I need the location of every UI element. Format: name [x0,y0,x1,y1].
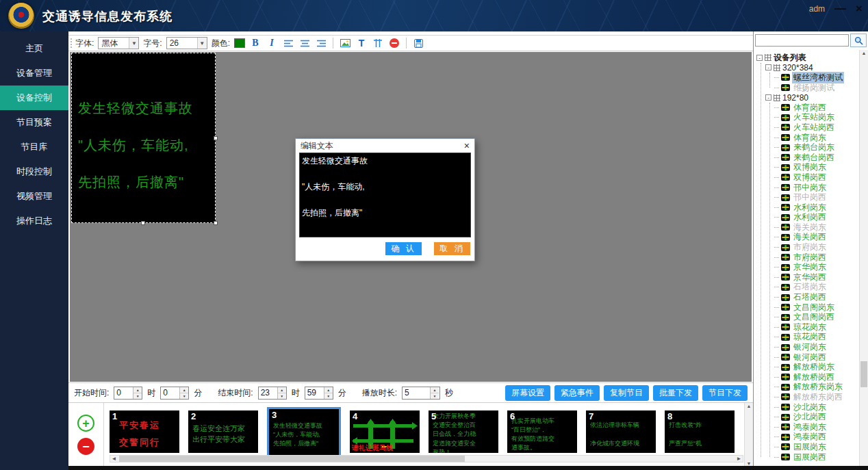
dialog-textarea[interactable]: 发生轻微交通事故 "人未伤，车能动, 先拍照，后撤离" [299,153,471,237]
device-item[interactable]: 维扬岗测试 [774,83,859,93]
scrollbar-thumb[interactable] [860,361,867,387]
font-select[interactable]: 黑体 ▼ [98,37,139,49]
device-item[interactable]: 海关岗东 [774,222,859,233]
collapse-icon[interactable]: - [765,64,771,70]
size-select[interactable]: 26 ▼ [166,37,207,49]
device-item[interactable]: 水利岗西 [774,213,859,223]
spinner-up-icon[interactable]: ▲ [278,387,286,393]
device-item[interactable]: 京华岗西 [774,272,859,283]
save-button[interactable] [412,37,424,49]
thumbnail-1[interactable]: 1平安春运交警同行 [110,410,179,453]
thumbnail-8[interactable]: 8打击改装“炸 严查严惩“机 [665,410,735,453]
thumbnail-2[interactable]: 2春运安全连万家出行平安带大家 [188,410,258,453]
device-item[interactable]: 螺丝湾桥测试 [774,73,859,83]
device-item[interactable]: 来鹤台岗西 [774,153,859,163]
device-item[interactable]: 解放桥东岗西 [774,392,859,402]
spinner-down-icon[interactable]: ▼ [431,393,439,399]
thumbnail-6[interactable]: 6扎实开展电动车“百日整治”，有效预防道路交通事故。 [507,410,577,453]
sidebar-item-0[interactable]: 主页 [0,36,68,61]
vertical-scrollbar[interactable]: ▲ ▼ [744,403,753,467]
spinner-down-icon[interactable]: ▼ [324,393,333,399]
italic-button[interactable]: I [266,37,278,49]
start-minute-stepper[interactable]: 0 ▲▼ [160,387,189,400]
insert-image-button[interactable] [339,37,351,49]
spinner-down-icon[interactable]: ▼ [180,393,188,399]
device-item[interactable]: 沙北岗西 [774,412,859,422]
thumbnail-3[interactable]: 3发生轻微交通事故"人未伤，车能动,先拍照，后撤离" [267,407,341,457]
device-item[interactable]: 国展岗东 [774,442,859,452]
resize-handle-corner[interactable] [214,221,218,225]
resize-handle-bottom[interactable] [141,221,145,225]
device-group-1[interactable]: -192*80 [765,92,859,103]
spinner-up-icon[interactable]: ▲ [431,387,439,393]
sidebar-item-7[interactable]: 操作日志 [0,209,68,233]
device-item[interactable]: 海关岗西 [774,233,859,243]
horizontal-scrollbar[interactable]: ◄ ► [110,455,743,462]
sidebar-item-5[interactable]: 时段控制 [0,159,68,184]
device-item[interactable]: 石塔岗西 [774,292,859,302]
device-item[interactable]: 火车站岗西 [774,122,859,133]
dialog-close-button[interactable]: × [464,141,470,151]
scrollbar-thumb[interactable] [119,456,465,462]
device-item[interactable]: 文昌阁岗东 [774,302,859,313]
device-item[interactable]: 体育岗西 [774,103,859,113]
sidebar-item-1[interactable]: 设备管理 [0,61,68,86]
spinner-down-icon[interactable]: ▼ [133,393,142,399]
device-item[interactable]: 解放桥岗东 [774,362,859,372]
add-program-button[interactable]: + [77,415,94,432]
thumbnail-7[interactable]: 7依法治理非标车辆 净化城市交通环境 [586,410,656,453]
device-item[interactable]: 来鹤台岗东 [774,142,859,153]
sidebar-item-3[interactable]: 节目预案 [0,110,68,135]
action-button-0[interactable]: 屏幕设置 [505,385,550,401]
scroll-down-icon[interactable]: ▼ [747,461,752,466]
device-item[interactable]: 市府岗东 [774,242,859,252]
scroll-up-icon[interactable]: ▲ [747,404,752,408]
spinner-down-icon[interactable]: ▼ [278,393,286,399]
device-item[interactable]: 水利岗东 [774,203,859,213]
collapse-icon[interactable]: - [765,94,771,101]
spinner-up-icon[interactable]: ▲ [324,387,333,393]
scroll-right-icon[interactable]: ► [735,456,743,462]
device-item[interactable]: 石塔岗东 [774,283,859,293]
spinner-up-icon[interactable]: ▲ [180,387,188,393]
device-item[interactable]: 市府岗西 [774,252,859,263]
device-item[interactable]: 鸿泰岗东 [774,422,859,432]
thumbnail-4[interactable]: 4请礼让斑马线 [350,410,420,453]
cancel-button[interactable]: 取 消 [434,242,470,255]
start-hour-stepper[interactable]: 0 ▲▼ [114,387,142,400]
spinner-up-icon[interactable]: ▲ [133,387,142,393]
bold-button[interactable]: B [249,37,261,49]
align-left-button[interactable] [282,37,294,49]
device-item[interactable]: 沙北岗东 [774,402,859,413]
duration-stepper[interactable]: 5 ▲▼ [402,387,440,400]
sidebar-item-2[interactable]: 设备控制 [0,86,68,110]
minimize-button[interactable]: — [834,3,846,14]
device-item[interactable]: 银河岗西 [774,352,859,363]
device-item[interactable]: 体育岗东 [774,133,859,143]
color-swatch[interactable] [234,38,245,48]
device-group-0[interactable]: -320*384 [765,63,859,73]
sidebar-item-6[interactable]: 视频管理 [0,184,68,209]
led-preview[interactable]: 发生轻微交通事故"人未伤，车能动,先拍照，后撤离" [71,53,216,223]
device-item[interactable]: 解放桥岗西 [774,372,859,382]
action-button-2[interactable]: 复制节目 [604,385,649,401]
collapse-icon[interactable]: - [756,55,763,61]
action-button-3[interactable]: 批量下发 [653,385,698,401]
device-item[interactable]: 琼花岗西 [774,332,859,343]
confirm-button[interactable]: 确 认 [385,242,422,255]
device-tree-root[interactable]: - 设备列表 [756,53,859,63]
insert-text-button[interactable]: T [355,37,368,49]
scroll-up-icon[interactable]: ▲ [860,51,868,55]
delete-element-button[interactable] [388,37,400,49]
device-item[interactable]: 火车站岗东 [774,113,859,123]
device-item[interactable]: 国展岗西 [774,452,859,462]
search-button[interactable] [850,34,867,47]
thumbnail-5[interactable]: 5大力开展秋冬季交通安全整治百日会战，全力稳定道路交通安全形势！ [429,410,498,453]
resize-handle-right[interactable] [214,136,218,140]
device-search-input[interactable] [755,34,849,47]
sidebar-item-4[interactable]: 节目库 [0,135,68,159]
end-hour-stepper[interactable]: 23 ▲▼ [258,387,287,400]
device-item[interactable]: 银河岗东 [774,342,859,352]
remove-program-button[interactable]: − [77,438,94,455]
device-item[interactable]: 琼花岗东 [774,322,859,332]
